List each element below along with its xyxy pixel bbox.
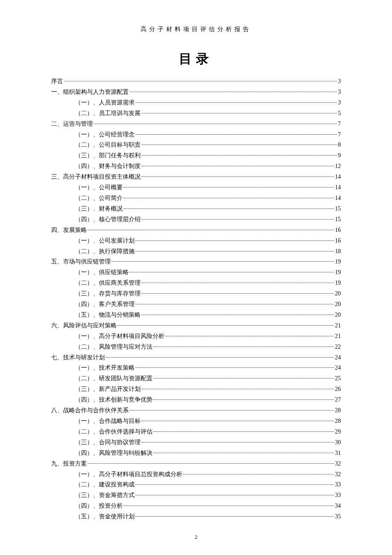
toc-leader-dots	[135, 240, 334, 241]
toc-entry-label: （一）、供应链策略	[75, 267, 129, 278]
toc-entry-page: 18	[335, 246, 341, 257]
toc-entry: 三、高分子材料项目投资主体概况14	[51, 172, 341, 182]
toc-entry: （二）、供应商关系管理19	[51, 278, 341, 289]
toc-entry-page: 32	[335, 469, 341, 480]
toc-entry-page: 30	[335, 437, 341, 448]
toc-leader-dots	[153, 347, 334, 347]
toc-entry: （四）、技术创新与竞争优势27	[51, 395, 341, 405]
toc-entry: 一、组织架构与人力资源配置3	[51, 87, 341, 98]
toc-entry-page: 20	[335, 289, 341, 299]
toc-entry-label: （五）、物流与分销策略	[75, 310, 141, 321]
toc-entry-page: 12	[335, 161, 341, 172]
toc-leader-dots	[153, 431, 334, 432]
toc-entry-page: 19	[335, 278, 341, 289]
toc-leader-dots	[94, 124, 337, 124]
toc-leader-dots	[135, 367, 334, 368]
toc-leader-dots	[118, 325, 334, 326]
toc-entry-page: 5	[338, 108, 341, 119]
toc-entry-label: （三）、存货与库存管理	[75, 289, 141, 299]
toc-entry-label: 六、风险评估与应对策略	[51, 321, 117, 331]
toc-entry: 七、技术与研发计划24	[51, 353, 341, 363]
toc-entry-page: 35	[335, 512, 341, 522]
page-number: 2	[0, 534, 392, 541]
toc-entry: 九、投资方案32	[51, 459, 341, 469]
toc-leader-dots	[153, 378, 334, 379]
toc-entry-page: 16	[335, 225, 341, 236]
toc-entry-page: 32	[335, 459, 341, 469]
toc-leader-dots	[88, 230, 334, 230]
toc-leader-dots	[124, 198, 334, 198]
toc-entry-label: （一）、合作战略与目标	[75, 416, 141, 427]
toc-title: 目录	[51, 50, 341, 68]
toc-entry: 五、市场与供应链管理19	[51, 257, 341, 267]
toc-leader-dots	[153, 399, 334, 400]
toc-leader-dots	[135, 251, 334, 251]
toc-entry: （三）、存货与库存管理20	[51, 289, 341, 299]
toc-entry-label: （二）、研发团队与资源配置	[75, 373, 153, 384]
toc-entry: （二）、研发团队与资源配置25	[51, 373, 341, 384]
toc-entry-label: （一）、高分子材料项目总投资构成分析	[75, 469, 182, 480]
toc-entry: （四）、财务与会计制度12	[51, 161, 341, 172]
toc-entry-page: 8	[338, 140, 341, 150]
toc-entry-page: 24	[335, 363, 341, 373]
toc-entry-label: （二）、风险管理与应对方法	[75, 342, 153, 353]
toc-entry: （三）、部门任务与权利9	[51, 150, 341, 161]
toc-entry-label: （三）、资金筹措方式	[75, 490, 135, 501]
toc-entry-label: （四）、财务与会计制度	[75, 161, 141, 172]
toc-entry-label: （四）、风险管理与纠纷解决	[75, 448, 153, 459]
toc-entry-page: 14	[335, 172, 341, 182]
toc-leader-dots	[135, 102, 337, 103]
toc-entry: 六、风险评估与应对策略21	[51, 321, 341, 331]
toc-entry: （二）、公司简介14	[51, 193, 341, 204]
toc-entry: （三）、新产品开发计划26	[51, 384, 341, 395]
toc-entry-page: 26	[335, 384, 341, 395]
toc-entry: （一）、高分子材料项目风险分析21	[51, 331, 341, 342]
toc-leader-dots	[135, 134, 337, 135]
toc-entry: （一）、供应链策略19	[51, 267, 341, 278]
toc-entry-label: （三）、财务概况	[75, 204, 123, 214]
toc-entry-label: 九、投资方案	[51, 459, 87, 469]
toc-entry-page: 31	[335, 448, 341, 459]
toc-leader-dots	[141, 389, 334, 389]
toc-leader-dots	[153, 453, 334, 453]
toc-entry: （二）、公司目标与职责8	[51, 140, 341, 150]
toc-entry-page: 7	[338, 130, 341, 140]
toc-entry-page: 19	[335, 267, 341, 278]
toc-entry-page: 33	[335, 480, 341, 490]
toc-leader-dots	[141, 315, 334, 315]
toc-entry-label: （四）、客户关系管理	[75, 299, 135, 310]
toc-leader-dots	[112, 261, 334, 262]
toc-entry: （三）、合同与协议管理30	[51, 437, 341, 448]
toc-entry: 二、运营与管理7	[51, 119, 341, 130]
document-header: 高分子材料项目评估分析报告	[51, 26, 341, 33]
toc-leader-dots	[130, 92, 337, 92]
toc-entry-label: 一、组织架构与人力资源配置	[51, 87, 129, 98]
toc-entry: （四）、投资分析34	[51, 501, 341, 512]
toc-leader-dots	[141, 166, 334, 166]
toc-entry-label: 三、高分子材料项目投资主体概况	[51, 172, 141, 182]
toc-entry-label: （三）、部门任务与权利	[75, 150, 141, 161]
toc-leader-dots	[124, 506, 334, 506]
toc-leader-dots	[130, 410, 334, 410]
toc-entry: 八、战略合作与合作伙伴关系28	[51, 405, 341, 416]
toc-leader-dots	[141, 219, 334, 220]
toc-entry-label: （三）、新产品开发计划	[75, 384, 141, 395]
toc-leader-dots	[141, 421, 334, 421]
toc-entry: （二）、建设投资构成33	[51, 480, 341, 490]
toc-leader-dots	[141, 145, 337, 145]
toc-entry-page: 29	[335, 427, 341, 437]
toc-entry-label: （一）、技术开发策略	[75, 363, 135, 373]
toc-entry-label: 五、市场与供应链管理	[51, 257, 111, 267]
toc-entry-page: 27	[335, 395, 341, 405]
toc-entry-label: （二）、公司简介	[75, 193, 123, 204]
toc-leader-dots	[165, 336, 334, 336]
toc-entry: （四）、风险管理与纠纷解决31	[51, 448, 341, 459]
toc-entry: （四）、核心管理层介绍15	[51, 214, 341, 225]
toc-entry-label: （二）、员工培训与发展	[75, 108, 141, 119]
toc-leader-dots	[124, 208, 334, 209]
toc-entry: （三）、资金筹措方式33	[51, 490, 341, 501]
toc-leader-dots	[135, 484, 334, 485]
toc-leader-dots	[141, 113, 337, 113]
document-page: 高分子材料项目评估分析报告 目录 序言3一、组织架构与人力资源配置3（一）、人员…	[0, 0, 392, 539]
toc-entry: 四、发展策略16	[51, 225, 341, 236]
